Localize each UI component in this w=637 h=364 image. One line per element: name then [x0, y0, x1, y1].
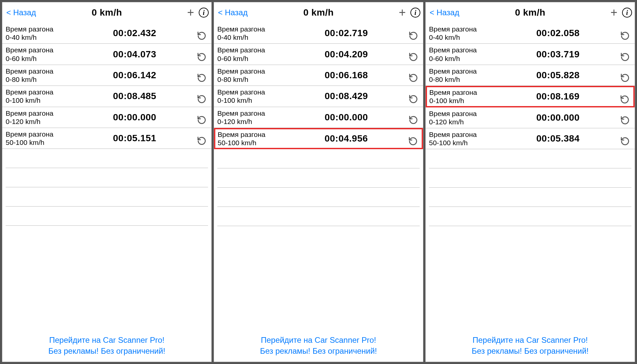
back-button[interactable]: < Назад: [5, 6, 37, 19]
measurement-row: Время разгона0-40 km/h00:02.058: [426, 23, 635, 44]
time-value: 00:05.151: [81, 133, 195, 144]
accel-label: Время разгона: [6, 130, 81, 138]
accel-label: Время разгона: [217, 25, 292, 33]
row-label: Время разгона0-80 km/h: [217, 67, 292, 84]
measurement-row: Время разгона0-60 km/h00:04.209: [214, 44, 423, 65]
refresh-icon[interactable]: [407, 25, 420, 41]
refresh-icon[interactable]: [619, 46, 631, 62]
row-label: Время разгона0-80 km/h: [6, 67, 81, 84]
back-button[interactable]: < Назад: [217, 6, 249, 19]
accel-label: Время разгона: [429, 46, 504, 54]
refresh-icon[interactable]: [195, 67, 208, 84]
range-label: 50-100 km/h: [429, 139, 504, 147]
measurement-row: Время разгона0-80 km/h00:06.142: [2, 65, 211, 86]
range-label: 0-80 km/h: [6, 75, 81, 84]
refresh-icon[interactable]: [407, 130, 419, 147]
header: < Назад0 km/h+i: [426, 2, 635, 23]
empty-row: [217, 149, 420, 168]
accel-label: Время разгона: [217, 88, 292, 96]
time-value: 00:04.209: [292, 49, 407, 60]
empty-row: [217, 207, 420, 226]
measurement-row: Время разгона50-100 km/h00:05.151: [2, 128, 211, 149]
add-button[interactable]: +: [397, 7, 407, 19]
add-button[interactable]: +: [609, 7, 619, 19]
refresh-icon[interactable]: [195, 46, 208, 62]
refresh-icon[interactable]: [195, 88, 208, 104]
accel-label: Время разгона: [6, 67, 81, 75]
measurement-row: Время разгона0-80 km/h00:05.828: [426, 65, 635, 86]
empty-row: [217, 168, 420, 188]
row-label: Время разгона0-60 km/h: [6, 46, 81, 62]
info-icon[interactable]: i: [199, 8, 209, 18]
range-label: 0-100 km/h: [429, 96, 504, 105]
empty-row: [429, 188, 631, 207]
empty-row: [429, 168, 631, 188]
range-label: 0-120 km/h: [6, 117, 81, 126]
refresh-icon[interactable]: [619, 25, 631, 41]
measurement-row: Время разгона0-40 km/h00:02.432: [2, 23, 211, 44]
refresh-icon[interactable]: [619, 109, 631, 126]
time-value: 00:00.000: [504, 112, 619, 123]
accel-label: Время разгона: [6, 109, 81, 117]
time-value: 00:05.384: [504, 133, 619, 144]
range-label: 0-40 km/h: [217, 33, 292, 41]
row-label: Время разгона0-80 km/h: [429, 67, 504, 84]
accel-label: Время разгона: [217, 109, 292, 117]
add-button[interactable]: +: [186, 7, 195, 19]
range-label: 0-120 km/h: [217, 117, 292, 126]
time-value: 00:03.719: [504, 49, 619, 60]
measurement-row: Время разгона50-100 km/h00:04.956: [214, 128, 423, 149]
time-value: 00:08.169: [504, 91, 618, 102]
range-label: 0-60 km/h: [6, 54, 81, 63]
range-label: 0-80 km/h: [217, 75, 292, 84]
range-label: 0-100 km/h: [6, 96, 81, 104]
range-label: 50-100 km/h: [218, 139, 292, 147]
info-icon[interactable]: i: [410, 8, 420, 18]
info-icon[interactable]: i: [622, 8, 632, 18]
panel-2: < Назад0 km/h+iВремя разгона0-40 km/h00:…: [425, 2, 635, 362]
accel-label: Время разгона: [429, 130, 504, 139]
measurement-row: Время разгона0-80 km/h00:06.168: [214, 65, 423, 86]
measurement-row: Время разгона0-100 km/h00:08.169: [426, 86, 635, 107]
refresh-icon[interactable]: [195, 25, 208, 41]
row-label: Время разгона0-100 km/h: [6, 88, 81, 104]
header: < Назад0 km/h+i: [2, 2, 211, 23]
time-value: 00:06.142: [81, 70, 195, 81]
header: < Назад0 km/h+i: [214, 2, 423, 23]
refresh-icon[interactable]: [407, 88, 420, 104]
upgrade-banner[interactable]: Перейдите на Car Scanner Pro!Без рекламы…: [214, 332, 423, 362]
row-label: Время разгона0-120 km/h: [6, 109, 81, 126]
measurements-list: Время разгона0-40 km/h00:02.432Время раз…: [2, 23, 211, 332]
time-value: 00:05.828: [504, 70, 619, 81]
refresh-icon[interactable]: [618, 88, 631, 105]
footer-line-1: Перейдите на Car Scanner Pro!: [426, 335, 635, 345]
refresh-icon[interactable]: [407, 67, 420, 84]
refresh-icon[interactable]: [195, 109, 208, 126]
range-label: 0-60 km/h: [429, 54, 504, 63]
accel-label: Время разгона: [217, 46, 292, 54]
accel-label: Время разгона: [429, 88, 504, 96]
footer-line-2: Без рекламы! Без ограничений!: [2, 346, 211, 356]
range-label: 0-40 km/h: [6, 33, 81, 41]
refresh-icon[interactable]: [619, 67, 631, 84]
accel-label: Время разгона: [6, 25, 81, 33]
refresh-icon[interactable]: [195, 130, 208, 147]
refresh-icon[interactable]: [619, 130, 631, 147]
row-label: Время разгона50-100 km/h: [6, 130, 81, 147]
measurement-row: Время разгона0-120 km/h00:00.000: [214, 107, 423, 128]
empty-row: [6, 187, 208, 207]
row-label: Время разгона50-100 km/h: [218, 130, 292, 147]
measurements-list: Время разгона0-40 km/h00:02.058Время раз…: [426, 23, 635, 332]
upgrade-banner[interactable]: Перейдите на Car Scanner Pro!Без рекламы…: [2, 332, 211, 362]
row-label: Время разгона0-120 km/h: [429, 109, 504, 126]
row-label: Время разгона50-100 km/h: [429, 130, 504, 147]
panel-0: < Назад0 km/h+iВремя разгона0-40 km/h00:…: [2, 2, 212, 362]
row-label: Время разгона0-40 km/h: [6, 25, 81, 41]
row-label: Время разгона0-120 km/h: [217, 109, 292, 126]
refresh-icon[interactable]: [407, 46, 420, 62]
upgrade-banner[interactable]: Перейдите на Car Scanner Pro!Без рекламы…: [426, 332, 635, 362]
row-label: Время разгона0-60 km/h: [217, 46, 292, 62]
back-button[interactable]: < Назад: [428, 6, 460, 19]
refresh-icon[interactable]: [407, 109, 420, 126]
accel-label: Время разгона: [6, 46, 81, 54]
